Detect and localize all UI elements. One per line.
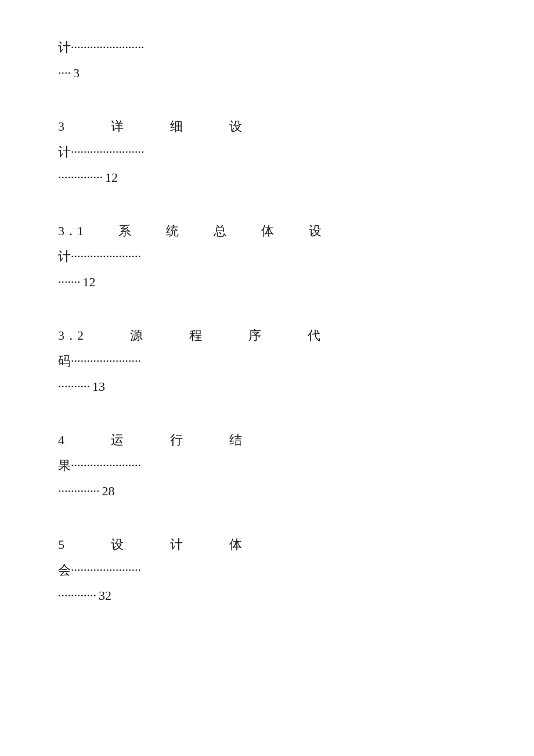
toc-char: 行 bbox=[170, 427, 183, 453]
toc-char: 果 bbox=[58, 453, 71, 478]
toc-char: 体 bbox=[261, 218, 274, 244]
toc-number: 3．2 bbox=[58, 323, 84, 348]
toc-char: 代 bbox=[308, 323, 320, 348]
table-of-contents: 计 · · · · · · · · · · · · · · · · · · · … bbox=[58, 35, 476, 609]
toc-entry-4: 4 运 行 结 果 · · · · · · · · · · · · · · · … bbox=[58, 427, 476, 504]
toc-char: 体 bbox=[229, 532, 242, 557]
toc-page-num: 12 bbox=[105, 165, 118, 190]
toc-char: 程 bbox=[189, 323, 202, 348]
toc-char: 总 bbox=[214, 218, 226, 244]
toc-char: 会 bbox=[58, 557, 71, 583]
toc-entry-3-1: 3．1 系 统 总 体 设 计 · · · · · · · · · · · · … bbox=[58, 218, 476, 295]
toc-char: 计 bbox=[58, 244, 71, 269]
toc-char: 计 bbox=[170, 532, 183, 557]
toc-char: 设 bbox=[309, 218, 322, 244]
toc-char: 源 bbox=[130, 323, 143, 348]
toc-char: 设 bbox=[111, 532, 124, 557]
toc-page-num: 28 bbox=[102, 478, 115, 504]
toc-page-num: 12 bbox=[83, 269, 96, 295]
toc-number: 4 bbox=[58, 427, 64, 453]
toc-page-num: 13 bbox=[92, 374, 105, 399]
toc-page-num: 3 bbox=[73, 60, 80, 86]
toc-number: 3 bbox=[58, 114, 64, 139]
toc-char: 计 bbox=[58, 139, 71, 165]
toc-number: 3．1 bbox=[58, 218, 84, 244]
toc-entry-3: 3 详 细 设 计 · · · · · · · · · · · · · · · … bbox=[58, 114, 476, 190]
toc-char: 运 bbox=[111, 427, 124, 453]
toc-char: 计 bbox=[58, 35, 71, 60]
toc-char: 序 bbox=[248, 323, 261, 348]
toc-entry-design: 计 · · · · · · · · · · · · · · · · · · · … bbox=[58, 35, 476, 86]
toc-entry-5: 5 设 计 体 会 · · · · · · · · · · · · · · · … bbox=[58, 532, 476, 609]
toc-number: 5 bbox=[58, 532, 64, 557]
toc-char: 系 bbox=[118, 218, 131, 244]
toc-char: 统 bbox=[166, 218, 179, 244]
toc-char: 结 bbox=[229, 427, 242, 453]
toc-char: 码 bbox=[58, 348, 71, 374]
toc-char: 细 bbox=[170, 114, 183, 139]
toc-char: 设 bbox=[229, 114, 242, 139]
toc-page-num: 32 bbox=[99, 583, 111, 609]
toc-char: 详 bbox=[111, 114, 124, 139]
toc-entry-3-2: 3．2 源 程 序 代 码 · · · · · · · · · · · · · … bbox=[58, 323, 476, 399]
